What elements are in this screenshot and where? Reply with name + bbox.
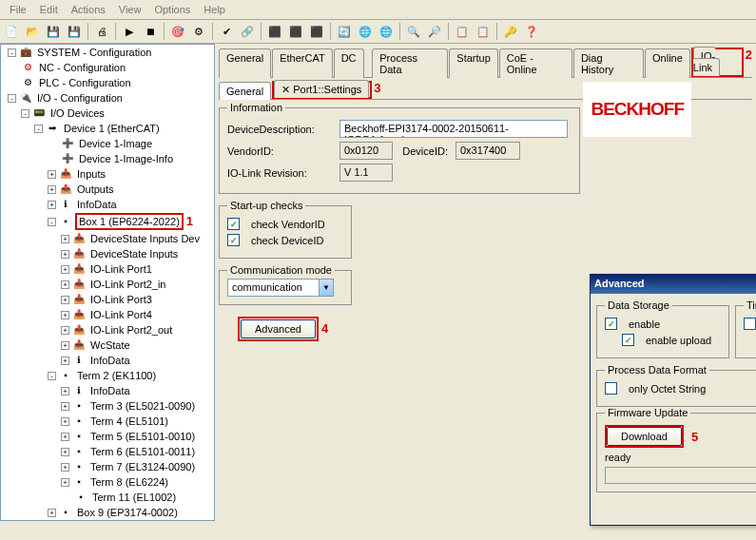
gear-icon[interactable]: ⚙ xyxy=(189,22,208,41)
comm-combo[interactable]: communication ▼ xyxy=(227,279,343,297)
tree-item[interactable]: +📥DeviceState Inputs xyxy=(1,246,214,261)
tree-item[interactable]: +📤IO-Link Port2_out xyxy=(1,322,214,338)
tab-general[interactable]: General xyxy=(219,48,271,78)
tree-view[interactable]: -💼SYSTEM - Configuration⚙NC - Configurat… xyxy=(0,44,215,521)
tree-toggle-icon[interactable]: + xyxy=(48,185,56,194)
tree-toggle-icon[interactable]: + xyxy=(61,235,69,243)
tree-toggle-icon[interactable]: + xyxy=(48,509,56,517)
tree-toggle-icon[interactable]: + xyxy=(61,463,69,472)
tree-item[interactable]: -▪Term 2 (EK1100) xyxy=(1,368,214,383)
advanced-button[interactable]: Advanced xyxy=(241,319,316,338)
tree-toggle-icon[interactable]: + xyxy=(61,387,69,395)
device-desc-field[interactable]: Beckhoff-EPI3174-0002-20150611-IODD1.1.x… xyxy=(339,120,568,138)
print-icon[interactable]: 🖨 xyxy=(92,22,111,41)
menu-help[interactable]: Help xyxy=(198,2,231,17)
tree-item[interactable]: +▪Term 6 (EL5101-0011) xyxy=(1,444,214,459)
tree-toggle-icon[interactable]: + xyxy=(61,280,69,289)
pdf-octet-checkbox[interactable] xyxy=(605,382,617,395)
tree-toggle-icon[interactable]: + xyxy=(61,296,69,304)
scan-icon[interactable]: 🔍 xyxy=(404,22,423,41)
tree-toggle-icon[interactable]: + xyxy=(61,478,69,487)
tree-item[interactable]: +▪Term 3 (EL5021-0090) xyxy=(1,398,214,414)
cube-icon[interactable]: ⬛ xyxy=(265,22,284,41)
dialog-titlebar[interactable]: Advanced ✕ xyxy=(591,275,756,294)
tree-toggle-icon[interactable]: + xyxy=(61,433,69,441)
world2-icon[interactable]: 🌐 xyxy=(377,22,396,41)
scan2-icon[interactable]: 🔎 xyxy=(425,22,444,41)
tree-item[interactable]: -📟I/O Devices xyxy=(1,106,214,121)
prop2-icon[interactable]: 📋 xyxy=(474,22,493,41)
tree-item[interactable]: ⚙NC - Configuration xyxy=(1,60,214,75)
tab-ethercat[interactable]: EtherCAT xyxy=(272,48,332,78)
tree-item[interactable]: +📥DeviceState Inputs Dev xyxy=(1,231,214,246)
tree-item[interactable]: +📤Outputs xyxy=(1,182,214,197)
tree-item[interactable]: +▪Term 7 (EL3124-0090) xyxy=(1,459,214,474)
tree-toggle-icon[interactable]: + xyxy=(48,201,56,209)
subtab-0[interactable]: General xyxy=(219,82,271,100)
tab-online[interactable]: Online xyxy=(645,48,690,78)
tree-toggle-icon[interactable]: - xyxy=(48,218,56,226)
tree-item[interactable]: +ℹInfoData xyxy=(1,383,214,398)
check-vendor-checkbox[interactable] xyxy=(227,218,240,230)
menu-file[interactable]: File xyxy=(4,2,32,17)
tree-toggle-icon[interactable]: + xyxy=(61,417,69,426)
tree-item[interactable]: ➕Device 1-Image xyxy=(1,136,214,151)
tree-toggle-icon[interactable]: + xyxy=(48,170,56,179)
tree-item[interactable]: ⚙PLC - Configuration xyxy=(1,75,214,90)
download-button[interactable]: Download xyxy=(607,427,682,446)
cube2-icon[interactable]: ⬛ xyxy=(286,22,305,41)
open-icon[interactable]: 📂 xyxy=(23,22,42,41)
ds-upload-checkbox[interactable] xyxy=(622,334,634,346)
tree-item[interactable]: +ℹInfoData xyxy=(1,353,214,368)
tree-item[interactable]: +📥IO-Link Port3 xyxy=(1,292,214,307)
tree-toggle-icon[interactable]: + xyxy=(61,250,69,259)
tree-item[interactable]: +📥WcState xyxy=(1,338,214,353)
ts-enable-checkbox[interactable] xyxy=(744,318,756,330)
tree-item[interactable]: ▪Term 11 (EL1002) xyxy=(1,490,214,505)
tree-item[interactable]: +📥IO-Link Port4 xyxy=(1,307,214,322)
new-icon[interactable]: 📄 xyxy=(2,22,21,41)
tree-item[interactable]: +📥Inputs xyxy=(1,166,214,182)
tree-toggle-icon[interactable]: - xyxy=(48,372,56,380)
tree-item[interactable]: -💼SYSTEM - Configuration xyxy=(1,45,214,60)
tree-item[interactable]: +▪Box 9 (EP3174-0002) xyxy=(1,505,214,520)
tree-item[interactable]: +▪Term 4 (EL5101) xyxy=(1,414,214,429)
tree-item[interactable]: +▪Box 10 (EP3356-0022) xyxy=(1,520,214,521)
tree-toggle-icon[interactable]: + xyxy=(61,448,69,456)
help-icon[interactable]: ❓ xyxy=(522,22,541,41)
tree-item[interactable]: -➡Device 1 (EtherCAT) xyxy=(1,121,214,136)
tree-item[interactable]: +ℹInfoData xyxy=(1,197,214,212)
check-icon[interactable]: ✔ xyxy=(217,22,236,41)
tree-toggle-icon[interactable]: + xyxy=(61,341,69,350)
target-icon[interactable]: 🎯 xyxy=(168,22,187,41)
tab-io-link[interactable]: IO-Link xyxy=(693,47,720,76)
run-icon[interactable]: ▶ xyxy=(120,22,139,41)
tree-item[interactable]: ➕Device 1-Image-Info xyxy=(1,151,214,166)
tree-item[interactable]: -🔌I/O - Configuration xyxy=(1,90,214,106)
tree-toggle-icon[interactable]: + xyxy=(61,265,69,274)
ds-enable-checkbox[interactable] xyxy=(605,318,617,330)
stop-icon[interactable]: ⏹ xyxy=(141,22,160,41)
save-icon[interactable]: 💾 xyxy=(44,22,63,41)
tab-dc[interactable]: DC xyxy=(334,48,364,78)
tree-toggle-icon[interactable]: - xyxy=(8,94,16,103)
tree-toggle-icon[interactable]: - xyxy=(21,109,29,118)
menu-options[interactable]: Options xyxy=(148,2,196,17)
tab-startup[interactable]: Startup xyxy=(449,48,497,78)
tree-toggle-icon[interactable]: + xyxy=(61,326,69,335)
link-icon[interactable]: 🔗 xyxy=(238,22,257,41)
tree-toggle-icon[interactable]: + xyxy=(61,402,69,411)
tree-toggle-icon[interactable]: - xyxy=(8,48,16,57)
save-all-icon[interactable]: 💾 xyxy=(65,22,84,41)
menu-view[interactable]: View xyxy=(113,2,147,17)
key-icon[interactable]: 🔑 xyxy=(501,22,520,41)
menu-edit[interactable]: Edit xyxy=(34,2,64,17)
subtab-1[interactable]: ✕ Port1::Settings xyxy=(274,80,369,98)
tree-toggle-icon[interactable]: - xyxy=(34,125,43,133)
tree-toggle-icon[interactable]: + xyxy=(61,357,69,365)
tab-process-data[interactable]: Process Data xyxy=(372,48,448,78)
menu-actions[interactable]: Actions xyxy=(66,2,111,17)
tree-item[interactable]: -▪Box 1 (EP6224-2022)1 xyxy=(1,212,214,231)
world-icon[interactable]: 🌐 xyxy=(356,22,375,41)
tree-item[interactable]: +📥IO-Link Port2_in xyxy=(1,277,214,292)
